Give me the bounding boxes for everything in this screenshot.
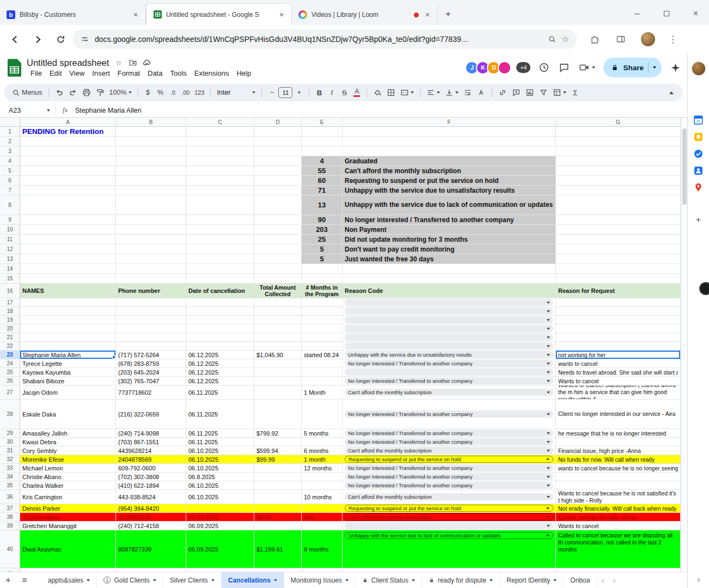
reason-code-dropdown[interactable]: No longer interested / Transferred to an…: [345, 360, 553, 367]
cell-F19[interactable]: [343, 316, 556, 324]
cell-A29[interactable]: Amasalley Jalloh: [20, 429, 116, 438]
row-header-7[interactable]: 7: [0, 186, 20, 195]
row-header-20[interactable]: 20: [0, 324, 20, 333]
cell-C36[interactable]: 06.10.2025: [186, 490, 254, 504]
cell-A18[interactable]: [20, 307, 116, 316]
cell-A9[interactable]: [20, 215, 116, 225]
cell-D21[interactable]: [254, 333, 302, 342]
cell-C19[interactable]: [186, 316, 254, 324]
sheet-tab-report-identity[interactable]: Report IDentity: [500, 572, 564, 588]
cell-E19[interactable]: [302, 316, 343, 324]
cell-B17[interactable]: [116, 298, 186, 307]
cell-E13[interactable]: 5: [302, 254, 343, 264]
cell-F40[interactable]: Unhappy with the service due to lack of …: [343, 530, 556, 568]
minimize-button[interactable]: –: [635, 9, 640, 19]
cell-A21[interactable]: [20, 333, 116, 342]
cell-A24[interactable]: Tyrece Legette: [20, 359, 116, 368]
cell-C11[interactable]: [186, 235, 254, 244]
reason-code-dropdown[interactable]: No longer interested / Transferred to an…: [345, 464, 553, 471]
cell-G31[interactable]: Financial issue, high price -Anna: [556, 446, 681, 455]
cell-B21[interactable]: [116, 333, 186, 342]
cell-A25[interactable]: Kayowa Kayumba: [20, 368, 116, 377]
reason-code-dropdown[interactable]: [345, 342, 553, 350]
reason-code-dropdown[interactable]: No longer interested / Transferred to an…: [345, 411, 553, 418]
functions-button[interactable]: Σ: [569, 86, 581, 99]
menus-search-button[interactable]: Menus: [10, 86, 45, 99]
cell-G7[interactable]: [556, 186, 681, 195]
cell-C34[interactable]: 06.8.2025: [186, 473, 254, 481]
cell-E40[interactable]: 9 months: [302, 530, 343, 568]
cell-D27[interactable]: [254, 385, 302, 400]
cell-C5[interactable]: [186, 166, 254, 176]
cell-D19[interactable]: [254, 316, 302, 324]
cell-F27[interactable]: Can't afford the monthly subscription: [343, 385, 556, 400]
font-select[interactable]: Inter: [215, 86, 258, 99]
cell-E7[interactable]: 71: [302, 186, 343, 195]
cell-G23[interactable]: not working for her: [556, 351, 681, 359]
browser-tab-billsby[interactable]: b Billsby - Customers ×: [0, 4, 146, 25]
cell-B25[interactable]: (203) 645-2024: [116, 368, 186, 377]
cell-C21[interactable]: [186, 333, 254, 342]
close-tab-icon[interactable]: ×: [277, 10, 286, 19]
cell-F17[interactable]: [343, 298, 556, 307]
cell-E18[interactable]: [302, 307, 343, 316]
cell-A3[interactable]: [20, 146, 116, 156]
cell-G37[interactable]: Not erady financially. Will call back wh…: [556, 504, 681, 513]
cell-F26[interactable]: No longer interested / Transferred to an…: [343, 377, 556, 385]
close-tab-icon[interactable]: ×: [131, 10, 140, 19]
cell-G3[interactable]: [556, 146, 681, 156]
maps-icon[interactable]: [693, 182, 704, 193]
cell-A15[interactable]: [20, 274, 116, 284]
cell-E4[interactable]: 4: [302, 156, 343, 166]
reason-code-dropdown[interactable]: No longer interested / Transferred to an…: [345, 438, 553, 445]
cell-E10[interactable]: 203: [302, 225, 343, 235]
row-header-38[interactable]: 38: [0, 513, 20, 522]
cell-E2[interactable]: [302, 137, 343, 146]
contacts-icon[interactable]: [693, 165, 704, 176]
cell-C9[interactable]: [186, 215, 254, 225]
sheet-tab-ready-for-dispute[interactable]: ready for dispute: [422, 572, 500, 588]
row-header-13[interactable]: 13: [0, 254, 20, 264]
cell-G8[interactable]: [556, 195, 681, 215]
cell-C32[interactable]: 06.10.2025: [186, 455, 254, 464]
cell-D36[interactable]: [254, 490, 302, 504]
selection-fill-handle[interactable]: [112, 356, 115, 359]
cell-F39[interactable]: [343, 522, 556, 530]
cell-B40[interactable]: 8087827339: [116, 530, 186, 568]
refresh-button[interactable]: [54, 33, 66, 45]
browser-tab-spreadsheet[interactable]: Untitled spreadsheet - Google S ×: [146, 3, 292, 25]
cell-C20[interactable]: [186, 324, 254, 333]
cell-B28[interactable]: (216) 322-0659: [116, 400, 186, 429]
cell-E33[interactable]: 12 months: [302, 464, 343, 473]
column-header-F[interactable]: F: [343, 118, 556, 127]
reason-code-dropdown[interactable]: Requesting to suspend or put the service…: [345, 456, 553, 463]
url-text[interactable]: docs.google.com/spreadsheets/d/1WnCqPSPF…: [95, 35, 542, 44]
cell-C39[interactable]: 06.09.2025: [186, 522, 254, 530]
url-bar[interactable]: docs.google.com/spreadsheets/d/1WnCqPSPF…: [73, 29, 577, 49]
cell-D37[interactable]: [254, 504, 302, 513]
cell-E34[interactable]: [302, 473, 343, 481]
reason-code-dropdown[interactable]: No longer interested / Transferred to an…: [345, 430, 553, 437]
row-header-22[interactable]: 22: [0, 342, 20, 351]
cell-F18[interactable]: [343, 307, 556, 316]
cell-G11[interactable]: [556, 235, 681, 244]
cell-D28[interactable]: [254, 400, 302, 429]
all-sheets-button[interactable]: ≡: [16, 572, 33, 588]
cell-C37[interactable]: [186, 504, 254, 513]
cell-G15[interactable]: [556, 274, 681, 284]
row-header-36[interactable]: 36: [0, 490, 20, 504]
cell-A1[interactable]: PENDING for Retention: [20, 127, 116, 137]
format-currency-button[interactable]: $: [142, 86, 154, 99]
reason-code-dropdown[interactable]: Can't afford the monthly subscription: [345, 513, 553, 520]
cell-G20[interactable]: [556, 324, 681, 333]
cell-C35[interactable]: 06.10.2025: [186, 481, 254, 490]
cell-B1[interactable]: [116, 127, 186, 137]
menu-format[interactable]: Format: [114, 69, 144, 78]
reason-code-dropdown[interactable]: No longer interested / Transferred to an…: [345, 482, 553, 489]
cell-A7[interactable]: [20, 186, 116, 195]
row-header-28[interactable]: 28: [0, 400, 20, 429]
decrease-decimals-button[interactable]: .0: [167, 86, 179, 99]
table-tools-button[interactable]: [551, 86, 569, 99]
reason-code-dropdown[interactable]: [345, 522, 553, 529]
cell-C2[interactable]: [186, 137, 254, 146]
